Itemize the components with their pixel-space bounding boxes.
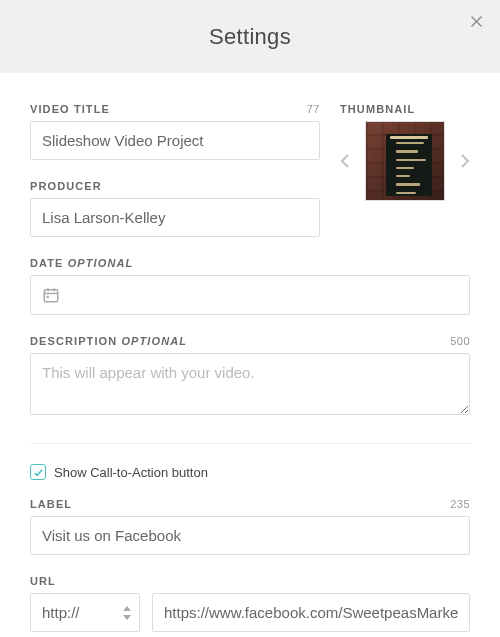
- video-title-input[interactable]: [30, 121, 320, 160]
- settings-header: Settings: [0, 0, 500, 73]
- calendar-icon: [42, 286, 60, 304]
- description-label: DESCRIPTION OPTIONAL: [30, 335, 187, 347]
- date-label: DATE OPTIONAL: [30, 257, 133, 269]
- description-counter: 500: [450, 335, 470, 347]
- producer-field: PRODUCER: [30, 180, 320, 237]
- cta-protocol-select[interactable]: http://: [30, 593, 140, 632]
- section-divider: [30, 443, 470, 444]
- cta-label-input[interactable]: [30, 516, 470, 555]
- description-field: DESCRIPTION OPTIONAL 500: [30, 335, 470, 419]
- date-field: DATE OPTIONAL: [30, 257, 470, 315]
- cta-checkbox[interactable]: [30, 464, 46, 480]
- cta-label-field: LABEL 235: [30, 498, 470, 555]
- thumbnail-image[interactable]: [365, 121, 445, 201]
- thumbnail-label: THUMBNAIL: [340, 103, 415, 115]
- close-icon[interactable]: [469, 14, 484, 29]
- video-title-label: VIDEO TITLE: [30, 103, 110, 115]
- cta-url-label: URL: [30, 575, 56, 587]
- video-title-field: VIDEO TITLE 77: [30, 103, 320, 160]
- video-title-counter: 77: [307, 103, 320, 115]
- date-input[interactable]: [30, 275, 470, 315]
- thumbnail-next-icon[interactable]: [460, 153, 470, 169]
- cta-url-input[interactable]: [152, 593, 470, 632]
- svg-rect-2: [44, 290, 58, 302]
- producer-label: PRODUCER: [30, 180, 102, 192]
- cta-label-counter: 235: [450, 498, 470, 510]
- thumbnail-prev-icon[interactable]: [340, 153, 350, 169]
- svg-rect-6: [47, 296, 49, 298]
- cta-checkbox-row: Show Call-to-Action button: [30, 464, 470, 480]
- cta-url-field: URL http://: [30, 575, 470, 632]
- cta-label-label: LABEL: [30, 498, 72, 510]
- cta-checkbox-label: Show Call-to-Action button: [54, 465, 208, 480]
- page-title: Settings: [209, 24, 291, 50]
- description-textarea[interactable]: [30, 353, 470, 415]
- producer-input[interactable]: [30, 198, 320, 237]
